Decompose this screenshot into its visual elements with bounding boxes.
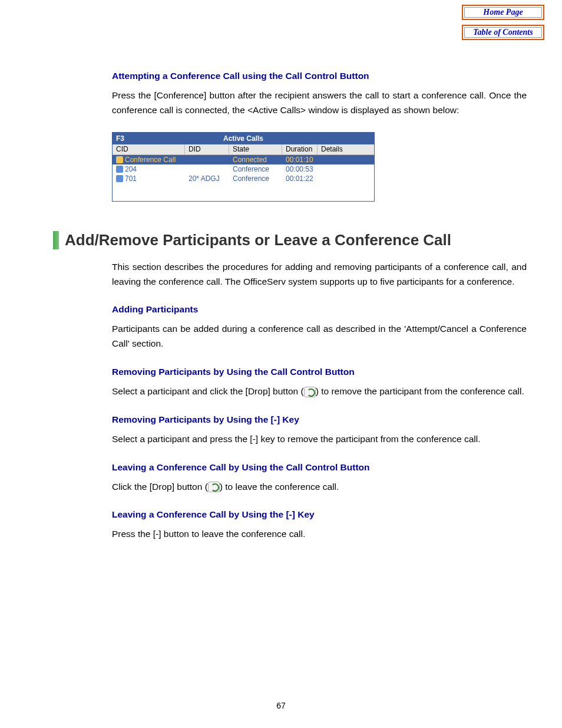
table-row[interactable]: 204 Conference 00:00:53 <box>113 164 374 174</box>
cell-state: Conference <box>229 174 282 183</box>
cell-duration: 00:01:22 <box>282 174 318 183</box>
drop-button-icon <box>208 482 220 492</box>
text-post: ) to leave the conference call. <box>220 482 339 492</box>
text-pre: Select a participant and click the [Drop… <box>112 386 304 396</box>
col-header-duration: Duration <box>282 144 318 154</box>
section-heading: Add/Remove Participants or Leave a Confe… <box>65 231 451 249</box>
active-calls-title: Active Calls <box>223 134 263 143</box>
subheading-remove-btn: Removing Participants by Using the Call … <box>112 367 527 377</box>
active-calls-fkey: F3 <box>116 134 124 143</box>
section-intro: This section describes the procedures fo… <box>112 260 527 289</box>
home-page-button[interactable]: Home Page <box>462 5 544 20</box>
cell-details <box>318 164 374 174</box>
active-calls-titlebar: F3 Active Calls <box>113 133 374 144</box>
page-number: 67 <box>0 701 562 710</box>
green-bar-icon <box>53 231 59 249</box>
subheading-adding: Adding Participants <box>112 304 527 315</box>
cell-duration: 00:01:10 <box>282 155 318 164</box>
col-header-details: Details <box>318 144 374 154</box>
col-header-state: State <box>229 144 282 154</box>
cell-details <box>318 174 374 183</box>
col-header-did: DID <box>185 144 229 154</box>
active-calls-body: Conference Call Connected 00:01:10 204 C… <box>113 155 374 201</box>
cell-duration: 00:00:53 <box>282 164 318 174</box>
body-leave-key: Press the [-] button to leave the confer… <box>112 527 527 542</box>
table-row[interactable]: Conference Call Connected 00:01:10 <box>113 155 374 164</box>
body-remove-btn: Select a participant and click the [Drop… <box>112 384 527 399</box>
cell-state: Connected <box>229 155 282 164</box>
section-heading-wrap: Add/Remove Participants or Leave a Confe… <box>53 231 527 249</box>
text-pre: Click the [Drop] button ( <box>112 482 208 492</box>
body-remove-key: Select a participant and press the [-] k… <box>112 432 527 447</box>
body-attempt-conf: Press the [Conference] button after the … <box>112 88 527 118</box>
table-row[interactable]: 701 20* ADGJ Conference 00:01:22 <box>113 174 374 183</box>
active-calls-header-row: CID DID State Duration Details <box>113 144 374 155</box>
active-calls-window: F3 Active Calls CID DID State Duration D… <box>112 132 375 202</box>
cell-did <box>185 164 229 174</box>
col-header-cid: CID <box>113 144 185 154</box>
cell-cid: 701 <box>125 174 137 183</box>
cell-cid: 204 <box>125 165 137 173</box>
nav-buttons: Home Page Table of Contents <box>462 5 544 40</box>
subheading-leave-btn: Leaving a Conference Call by Using the C… <box>112 462 527 473</box>
cell-details <box>318 155 374 164</box>
drop-button-icon <box>304 387 316 397</box>
body-adding: Participants can be added during a confe… <box>112 322 527 351</box>
cell-cid: Conference Call <box>125 156 176 164</box>
call-icon <box>116 166 123 173</box>
cell-did: 20* ADGJ <box>185 174 229 183</box>
call-icon <box>116 175 123 182</box>
subheading-remove-key: Removing Participants by Using the [-] K… <box>112 414 527 425</box>
cell-did <box>185 155 229 164</box>
text-post: ) to remove the participant from the con… <box>316 386 524 396</box>
subheading-attempt-conf: Attempting a Conference Call using the C… <box>112 71 527 81</box>
table-of-contents-button[interactable]: Table of Contents <box>462 25 544 40</box>
body-leave-btn: Click the [Drop] button () to leave the … <box>112 480 527 495</box>
cell-state: Conference <box>229 164 282 174</box>
subheading-leave-key: Leaving a Conference Call by Using the [… <box>112 509 527 520</box>
call-icon <box>116 156 123 163</box>
